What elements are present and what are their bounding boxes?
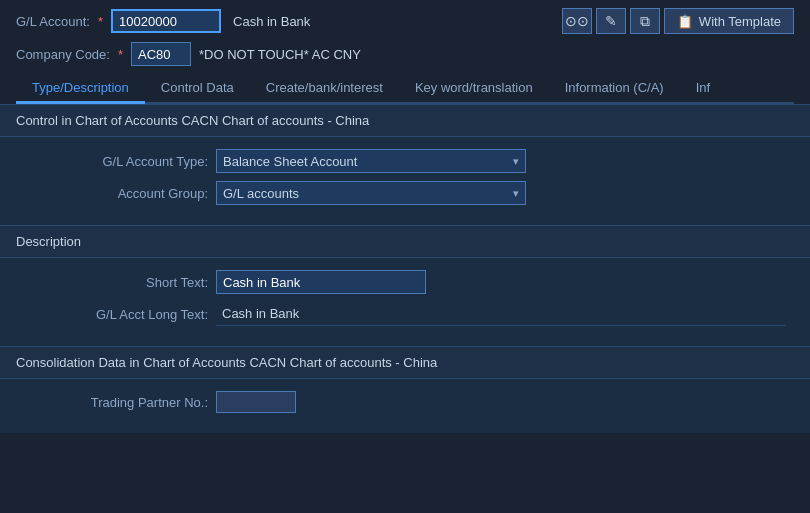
tab-control-data[interactable]: Control Data (145, 74, 250, 104)
trading-partner-label: Trading Partner No.: (16, 395, 216, 410)
tab-keyword[interactable]: Key word/translation (399, 74, 549, 104)
copy-button[interactable]: ⧉ (630, 8, 660, 34)
copy-icon: ⧉ (640, 13, 650, 30)
description-header: Description (0, 225, 810, 258)
gl-account-type-arrow: ▾ (513, 155, 519, 168)
company-code-label: Company Code: (16, 47, 110, 62)
main-content: Control in Chart of Accounts CACN Chart … (0, 104, 810, 507)
long-text-label: G/L Acct Long Text: (16, 307, 216, 322)
chart-of-accounts-header: Control in Chart of Accounts CACN Chart … (0, 104, 810, 137)
short-text-row: Short Text: (16, 270, 794, 294)
long-text-input[interactable] (216, 302, 786, 326)
glasses-icon: ⊙⊙ (565, 13, 589, 29)
chart-of-accounts-body: G/L Account Type: Balance Sheet Account … (0, 137, 810, 225)
edit-button[interactable]: ✎ (596, 8, 626, 34)
account-group-label: Account Group: (16, 186, 216, 201)
toolbar: ⊙⊙ ✎ ⧉ 📋 With Template (562, 8, 794, 34)
header: G/L Account: * Cash in Bank ⊙⊙ ✎ ⧉ 📋 Wit… (0, 0, 810, 104)
gl-account-input[interactable] (111, 9, 221, 33)
account-group-row: Account Group: G/L accounts ▾ (16, 181, 794, 205)
company-name: *DO NOT TOUCH* AC CNY (199, 47, 361, 62)
tab-info-ca[interactable]: Information (C/A) (549, 74, 680, 104)
account-group-value: G/L accounts (223, 186, 299, 201)
long-text-row: G/L Acct Long Text: (16, 302, 794, 326)
consolidation-header: Consolidation Data in Chart of Accounts … (0, 346, 810, 379)
gl-account-required: * (98, 14, 103, 29)
consolidation-section: Consolidation Data in Chart of Accounts … (0, 346, 810, 433)
company-code-row: Company Code: * *DO NOT TOUCH* AC CNY (16, 42, 794, 66)
consolidation-body: Trading Partner No.: (0, 379, 810, 433)
trading-partner-row: Trading Partner No.: (16, 391, 794, 413)
template-label: With Template (699, 14, 781, 29)
tab-type-description[interactable]: Type/Description (16, 74, 145, 104)
account-group-select[interactable]: G/L accounts ▾ (216, 181, 526, 205)
gl-account-type-row: G/L Account Type: Balance Sheet Account … (16, 149, 794, 173)
description-section: Description Short Text: G/L Acct Long Te… (0, 225, 810, 346)
gl-account-name: Cash in Bank (233, 14, 310, 29)
trading-partner-input[interactable] (216, 391, 296, 413)
edit-icon: ✎ (605, 13, 617, 29)
chart-of-accounts-section: Control in Chart of Accounts CACN Chart … (0, 104, 810, 225)
gl-account-type-label: G/L Account Type: (16, 154, 216, 169)
company-code-required: * (118, 47, 123, 62)
short-text-input[interactable] (216, 270, 426, 294)
gl-account-row: G/L Account: * Cash in Bank ⊙⊙ ✎ ⧉ 📋 Wit… (16, 8, 794, 34)
description-body: Short Text: G/L Acct Long Text: (0, 258, 810, 346)
template-icon: 📋 (677, 14, 693, 29)
short-text-label: Short Text: (16, 275, 216, 290)
company-code-input[interactable] (131, 42, 191, 66)
tab-inf[interactable]: Inf (680, 74, 726, 104)
glasses-button[interactable]: ⊙⊙ (562, 8, 592, 34)
gl-account-type-select[interactable]: Balance Sheet Account ▾ (216, 149, 526, 173)
tab-bar: Type/Description Control Data Create/ban… (16, 74, 794, 104)
tab-create-bank[interactable]: Create/bank/interest (250, 74, 399, 104)
template-button[interactable]: 📋 With Template (664, 8, 794, 34)
gl-account-label: G/L Account: (16, 14, 90, 29)
gl-account-type-value: Balance Sheet Account (223, 154, 357, 169)
account-group-arrow: ▾ (513, 187, 519, 200)
